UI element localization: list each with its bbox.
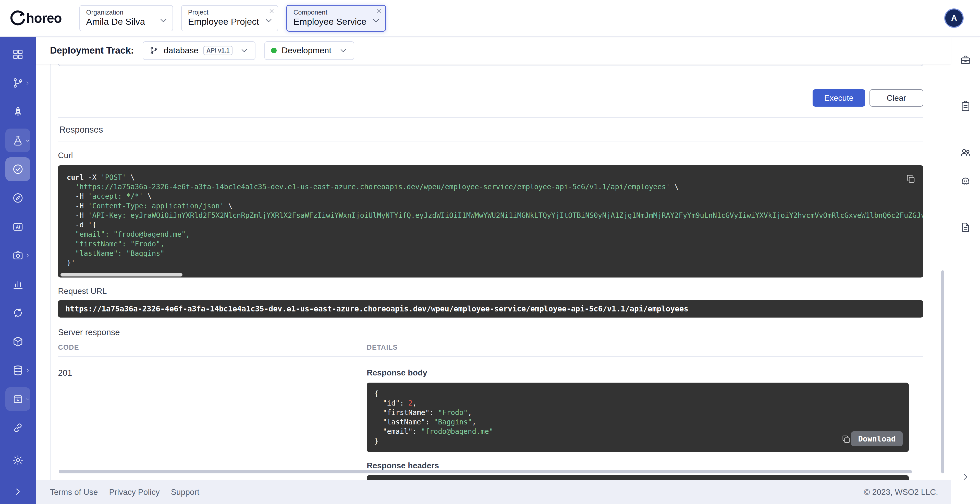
deployment-track-bar: Deployment Track: database API v1.1 Deve… — [36, 37, 951, 64]
chevron-down-icon — [25, 138, 30, 143]
response-body-title: Response body — [367, 368, 909, 377]
code-column-header: CODE — [58, 344, 367, 352]
organization-label: Organization — [86, 9, 154, 16]
environment-status-dot — [271, 48, 277, 53]
sidebar-item-dependencies[interactable] — [5, 358, 30, 382]
right-rail-item-discord[interactable] — [957, 173, 974, 190]
sidebar-item-explore[interactable] — [5, 186, 30, 210]
sidebar-item-devops[interactable] — [5, 301, 30, 325]
left-sidebar: AI — [0, 37, 36, 504]
chevron-down-icon — [339, 46, 348, 55]
sidebar-item-marketplace[interactable] — [5, 330, 30, 353]
request-url-value: https://1a75a36a-2326-4e6f-a3fa-14bc1e4a… — [58, 300, 923, 317]
database-icon — [12, 365, 24, 376]
api-version-badge: API v1.1 — [204, 46, 232, 55]
sidebar-item-observe[interactable] — [5, 244, 30, 267]
sidebar-item-project[interactable] — [5, 71, 30, 95]
sidebar-item-test[interactable] — [5, 128, 30, 152]
chevron-right-icon — [25, 80, 30, 86]
curl-horizontal-scrollbar[interactable] — [60, 273, 183, 276]
project-value: Employee Project — [188, 17, 259, 27]
response-details-cell: Response body { "id": 2, "firstName": "F… — [367, 368, 923, 480]
request-url-title: Request URL — [58, 287, 923, 296]
sidebar-item-connections[interactable] — [5, 416, 30, 440]
sidebar-item-overview[interactable] — [5, 43, 30, 66]
right-rail-item-community[interactable] — [957, 144, 974, 161]
chevron-down-icon — [25, 396, 30, 402]
choreo-logo[interactable]: horeo — [9, 9, 71, 27]
organization-value: Amila De Silva — [86, 17, 154, 27]
component-selector[interactable]: Component Employee Service — [286, 5, 386, 32]
shell: AI Deployment Track: database API v1.1 D… — [0, 37, 980, 504]
branch-icon — [149, 46, 159, 55]
terms-of-use-link[interactable]: Terms of Use — [50, 487, 98, 497]
toolbox-icon — [959, 54, 972, 66]
support-link[interactable]: Support — [171, 487, 199, 497]
sidebar-item-ai-copilot[interactable]: AI — [5, 215, 30, 238]
response-body-lines: { "id": 2, "firstName": "Frodo", "lastNa… — [374, 389, 901, 446]
rocket-icon — [12, 106, 24, 118]
deployment-track-selector[interactable]: database API v1.1 — [143, 41, 256, 60]
try-it-panel: Execute Clear Responses Curl curl -X 'PO… — [50, 64, 931, 480]
footer: Terms of Use Privacy Policy Support © 20… — [36, 480, 951, 504]
expand-right-sidebar-button[interactable] — [961, 472, 970, 482]
top-bar: horeo Organization Amila De Silva Projec… — [0, 0, 980, 37]
response-headers-block: content-type: application/json — [367, 475, 909, 480]
clear-project-icon[interactable] — [269, 8, 275, 14]
privacy-policy-link[interactable]: Privacy Policy — [109, 487, 159, 497]
clear-button[interactable]: Clear — [870, 89, 923, 107]
grid-icon — [12, 49, 24, 60]
response-headers-title: Response headers — [367, 461, 909, 470]
responses-section: Responses Curl curl -X 'POST' \ 'https:/… — [58, 117, 923, 480]
response-body-block: { "id": 2, "firstName": "Frodo", "lastNa… — [367, 383, 909, 452]
right-rail-item-resources[interactable] — [957, 51, 974, 69]
deployment-track-label: Deployment Track: — [50, 45, 134, 56]
details-column-header: DETAILS — [367, 344, 923, 352]
right-rail-items — [957, 51, 974, 236]
svg-text:AI: AI — [16, 225, 20, 229]
responses-title: Responses — [58, 118, 923, 142]
vertical-scrollbar[interactable] — [941, 270, 944, 473]
request-body-textarea[interactable] — [58, 64, 923, 66]
copy-icon[interactable] — [842, 434, 851, 444]
compass-icon — [12, 192, 24, 204]
sidebar-item-test-console[interactable] — [5, 157, 30, 181]
chevron-down-icon — [264, 16, 273, 25]
left-rail-items: AI — [5, 43, 30, 477]
chevron-down-icon — [371, 16, 381, 25]
chevron-right-icon — [25, 252, 30, 258]
sidebar-item-deploy[interactable] — [5, 100, 30, 124]
sidebar-item-settings[interactable] — [5, 449, 30, 472]
copy-icon[interactable] — [906, 174, 916, 184]
right-rail-item-documentation[interactable] — [957, 219, 974, 236]
discord-icon — [959, 175, 972, 187]
execute-button[interactable]: Execute — [813, 89, 865, 107]
organization-selector[interactable]: Organization Amila De Silva — [80, 5, 173, 32]
sidebar-item-deliver[interactable] — [5, 387, 30, 411]
project-selector[interactable]: Project Employee Project — [181, 5, 278, 32]
flask-icon — [12, 135, 24, 147]
curl-code-lines: curl -X 'POST' \ 'https://1a75a36a-2326-… — [67, 173, 915, 268]
gear-icon — [12, 454, 24, 466]
doc-icon — [959, 221, 972, 233]
deliver-icon — [12, 393, 24, 405]
chevron-down-icon — [159, 16, 168, 25]
branch-icon — [12, 77, 24, 89]
chevron-right-icon — [25, 368, 30, 373]
right-rail-item-feedback[interactable] — [957, 97, 974, 115]
camera-icon — [12, 249, 24, 262]
expand-left-sidebar-button[interactable] — [13, 487, 23, 497]
sync-icon — [12, 307, 24, 319]
copyright-text: © 2023, WSO2 LLC. — [864, 487, 938, 497]
horizontal-scrollbar[interactable] — [59, 470, 912, 474]
clear-component-icon[interactable] — [376, 8, 382, 14]
environment-selector[interactable]: Development — [264, 41, 355, 60]
download-button[interactable]: Download — [851, 431, 902, 446]
server-response-title: Server response — [58, 328, 923, 337]
component-value: Employee Service — [293, 17, 366, 27]
app-root: horeo Organization Amila De Silva Projec… — [0, 0, 980, 504]
right-sidebar — [951, 37, 980, 504]
chart-icon — [12, 278, 24, 290]
sidebar-item-insights[interactable] — [5, 273, 30, 296]
user-avatar[interactable]: A — [944, 8, 964, 28]
